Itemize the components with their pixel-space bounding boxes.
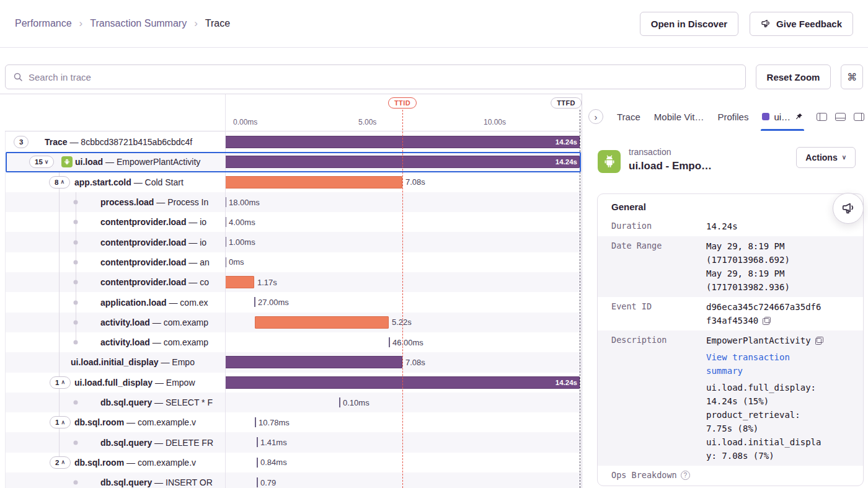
span-tick[interactable] <box>257 437 258 447</box>
trace-row-contentprovider-load[interactable]: contentprovider.load — an0ms <box>0 252 582 272</box>
ttfd-marker-pill: TTFD <box>551 97 582 109</box>
span-bar[interactable] <box>255 316 389 329</box>
span-duration-label: 46.00ms <box>392 332 423 352</box>
megaphone-icon <box>761 19 771 29</box>
layout-bottom-icon[interactable] <box>835 113 846 121</box>
span-tick[interactable] <box>339 397 340 407</box>
span-duration-label: 0.84ms <box>260 453 287 472</box>
span-tick[interactable] <box>389 337 390 347</box>
tree-connector-dot <box>74 240 78 244</box>
span-duration-label: 14.24s <box>556 156 577 168</box>
field-value: 14.24s <box>706 220 853 233</box>
copy-icon[interactable] <box>815 337 823 345</box>
trace-row-activity-load[interactable]: activity.load — com.examp46.00ms <box>0 332 582 352</box>
span-duration-label: 1.17s <box>257 272 277 292</box>
trace-row-ui-load-full-display[interactable]: 1∧ui.load.full_display — Empow14.24s <box>0 373 582 393</box>
layout-right-icon[interactable] <box>854 113 864 121</box>
trace-row-trace[interactable]: 3Trace — 8cbbcd38721b415ab6cbdc4f14.24s <box>0 132 582 152</box>
trace-row-db-sql-query[interactable]: db.sql.query — DELETE FR1.41ms <box>0 432 582 452</box>
value-line: 14.24s <box>706 220 853 233</box>
search-input[interactable] <box>29 72 738 82</box>
span-duration-label: 14.24s <box>556 136 577 148</box>
span-duration-label: 1.00ms <box>229 232 255 252</box>
trace-row-ui-load-initial-display[interactable]: ui.load.initial_display — Empo7.08s <box>0 352 582 372</box>
child-count-badge[interactable]: 8∧ <box>49 176 70 189</box>
help-icon[interactable]: ? <box>681 471 690 480</box>
span-tick[interactable] <box>257 458 258 468</box>
span-bar[interactable] <box>225 276 254 288</box>
child-count-badge[interactable]: 2∧ <box>50 456 71 469</box>
trace-row-db-sql-room[interactable]: 2∧db.sql.room — com.example.v0.84ms <box>0 453 582 472</box>
child-count-badge[interactable]: 1∧ <box>50 376 71 389</box>
child-count-badge[interactable]: 3 <box>14 136 29 148</box>
top-actions: Open in Discover Give Feedback <box>640 12 853 36</box>
trace-row-contentprovider-load[interactable]: contentprovider.load — io4.00ms <box>0 212 582 232</box>
tree-connector-dot <box>74 260 78 264</box>
trace-row-contentprovider-load[interactable]: contentprovider.load — io1.00ms <box>0 232 582 252</box>
tab-profiles[interactable]: Profiles <box>717 112 748 122</box>
span-label: db.sql.query — SELECT * F <box>100 393 224 412</box>
span-bar[interactable]: 14.24s <box>225 136 580 148</box>
chevron-down-icon: ∨ <box>45 159 49 165</box>
open-in-discover-button[interactable]: Open in Discover <box>640 12 738 36</box>
transaction-summary-link[interactable]: summary <box>706 364 853 378</box>
give-feedback-button[interactable]: Give Feedback <box>750 12 853 36</box>
general-row-ops-breakdown: Ops Breakdown? <box>598 466 863 486</box>
chevron-up-icon: ∧ <box>60 179 64 185</box>
value-line: 7.75s (8%) <box>706 422 853 435</box>
tab-ui-load-active[interactable]: ui… <box>762 102 803 131</box>
general-row-duration: Duration14.24s <box>598 216 863 236</box>
span-label: Trace — 8cbbcd38721b415ab6cbdc4f <box>45 132 224 152</box>
reset-zoom-button[interactable]: Reset Zoom <box>756 64 831 89</box>
layout-switcher <box>817 113 864 121</box>
general-rows: Duration14.24sDate RangeMay 29, 8:19 PM(… <box>598 216 863 486</box>
span-bar[interactable]: 14.24s <box>225 156 580 168</box>
trace-row-contentprovider-load[interactable]: contentprovider.load — co1.17s <box>0 272 582 292</box>
span-tick[interactable] <box>255 417 256 427</box>
trace-row-process-load[interactable]: process.load — Process In18.00ms <box>0 192 582 212</box>
transaction-title: ui.load - Empo… <box>629 160 712 172</box>
value-line: y: 7.08s (7%) <box>706 449 853 463</box>
feedback-fab-button[interactable] <box>833 193 864 224</box>
breadcrumb-performance[interactable]: Performance <box>15 18 72 29</box>
span-bar[interactable] <box>225 356 402 368</box>
field-value: May 29, 8:19 PM(1717013968.692)May 29, 8… <box>706 239 853 294</box>
field-label: Duration <box>611 220 706 233</box>
layout-left-icon[interactable] <box>817 113 827 121</box>
trace-row-application-load[interactable]: application.load — com.ex27.00ms <box>0 292 582 312</box>
android-icon <box>61 156 73 167</box>
tab-mobile-vitals[interactable]: Mobile Vit… <box>654 112 704 122</box>
collapse-panel-button[interactable]: › <box>588 109 603 124</box>
breadcrumb-transaction-summary[interactable]: Transaction Summary <box>90 18 187 29</box>
span-tick[interactable] <box>254 297 255 307</box>
span-tick[interactable] <box>257 477 258 487</box>
trace-row-db-sql-query[interactable]: db.sql.query — INSERT OR0.79 <box>0 472 582 488</box>
trace-row-activity-load[interactable]: activity.load — com.examp5.22s <box>0 313 582 332</box>
copy-icon[interactable] <box>763 317 771 325</box>
trace-row-ui-load[interactable]: 15∨ui.load — EmpowerPlantActivity14.24s <box>0 152 582 172</box>
search-bar[interactable] <box>5 64 746 89</box>
transaction-summary-link[interactable]: View transaction <box>706 350 853 364</box>
tree-waterfall-divider[interactable] <box>225 94 226 488</box>
field-value: d96eca345c724667a35df6f34af45340 <box>706 300 853 327</box>
chevron-up-icon: ∧ <box>61 379 65 385</box>
tree-connector-dot <box>74 340 78 345</box>
general-row-event-id: Event IDd96eca345c724667a35df6f34af45340 <box>598 297 863 331</box>
pin-icon[interactable] <box>795 113 803 121</box>
tab-trace[interactable]: Trace <box>617 112 640 122</box>
span-duration-label: 1.41ms <box>260 432 287 452</box>
trace-row-db-sql-query[interactable]: db.sql.query — SELECT * F0.10ms <box>0 393 582 412</box>
trace-row-app-start-cold[interactable]: 8∧app.start.cold — Cold Start7.08s <box>0 172 582 192</box>
span-bar[interactable] <box>225 176 402 189</box>
child-count-badge[interactable]: 15∨ <box>29 156 54 168</box>
trace-row-db-sql-room[interactable]: 1∧db.sql.room — com.example.v10.78ms <box>0 412 582 432</box>
reset-zoom-label: Reset Zoom <box>767 72 820 82</box>
actions-button[interactable]: Actions ∨ <box>796 147 856 168</box>
time-axis-label: 0.00ms <box>233 118 257 126</box>
field-label: Date Range <box>611 239 706 294</box>
child-count-badge[interactable]: 1∧ <box>50 416 71 428</box>
span-bar[interactable]: 14.24s <box>225 376 580 389</box>
tree-connector-dot <box>74 280 78 285</box>
span-duration-label: 0.10ms <box>343 393 370 412</box>
shortcut-button[interactable]: ⌘ <box>841 64 863 89</box>
